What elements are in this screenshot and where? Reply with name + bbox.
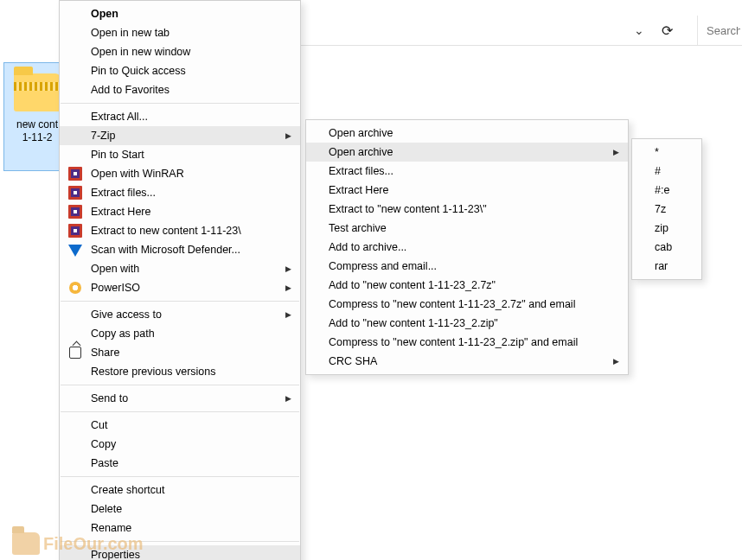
7zip-menu-item[interactable]: Open archive — [306, 124, 628, 143]
menu-item-label: Create shortcut — [91, 484, 164, 496]
menu-separator — [61, 411, 299, 412]
submenu-open-archive-formats[interactable]: *##:e7zzipcabrar — [631, 138, 702, 280]
poweriso-icon — [68, 281, 82, 295]
context-menu-item[interactable]: Extract to new content 1-11-23\ — [60, 221, 300, 240]
menu-item-label: 7-Zip — [91, 130, 115, 142]
menu-item-label: Paste — [91, 457, 118, 469]
menu-item-label: cab — [655, 241, 672, 253]
menu-item-label: Give access to — [91, 309, 162, 321]
7zip-menu-item[interactable]: Extract Here — [306, 181, 628, 200]
menu-item-label: PowerISO — [91, 282, 140, 294]
menu-item-label: Open with — [91, 263, 139, 275]
menu-item-label: Compress and email... — [329, 260, 437, 272]
winrar-icon — [68, 167, 82, 181]
7zip-menu-item[interactable]: CRC SHA▶ — [306, 352, 628, 371]
format-menu-item[interactable]: zip — [632, 219, 701, 238]
chevron-right-icon: ▶ — [277, 394, 291, 403]
context-menu-item[interactable]: Share — [60, 343, 300, 362]
submenu-7zip[interactable]: Open archiveOpen archive▶Extract files..… — [305, 119, 629, 375]
menu-item-label: Extract to "new content 1-11-23\" — [329, 203, 487, 215]
7zip-menu-item[interactable]: Extract files... — [306, 162, 628, 181]
context-menu-item[interactable]: Copy — [60, 435, 300, 454]
7zip-menu-item[interactable]: Extract to "new content 1-11-23\" — [306, 200, 628, 219]
share-icon — [68, 346, 82, 360]
7zip-menu-item[interactable]: Add to "new content 1-11-23_2.zip" — [306, 314, 628, 333]
menu-item-label: Share — [91, 347, 119, 359]
menu-item-label: Add to archive... — [329, 241, 406, 253]
format-menu-item[interactable]: * — [632, 143, 701, 162]
address-bar[interactable]: ⌄ ⟳ — [301, 16, 686, 45]
format-menu-item[interactable]: #:e — [632, 181, 701, 200]
chevron-right-icon: ▶ — [604, 357, 619, 366]
context-menu-item[interactable]: Restore previous versions — [60, 362, 300, 381]
menu-item-label: Restore previous versions — [91, 366, 216, 378]
context-menu-item[interactable]: Open — [60, 4, 300, 23]
context-menu-item[interactable]: Extract files... — [60, 183, 300, 202]
format-menu-item[interactable]: cab — [632, 238, 701, 257]
chevron-down-icon[interactable]: ⌄ — [627, 18, 651, 42]
context-menu-item[interactable]: 7-Zip▶ — [60, 126, 300, 145]
menu-item-label: Open in new window — [91, 46, 190, 58]
context-menu-item[interactable]: Add to Favorites — [60, 80, 300, 99]
context-menu-item[interactable]: Open with WinRAR — [60, 164, 300, 183]
menu-item-label: Cut — [91, 419, 107, 431]
7zip-menu-item[interactable]: Add to "new content 1-11-23_2.7z" — [306, 276, 628, 295]
context-menu-item[interactable]: Scan with Microsoft Defender... — [60, 240, 300, 259]
search-input[interactable]: Search N — [697, 16, 740, 45]
format-menu-item[interactable]: rar — [632, 257, 701, 276]
context-menu-item[interactable]: Pin to Quick access — [60, 61, 300, 80]
refresh-icon[interactable]: ⟳ — [655, 18, 679, 42]
menu-item-label: Extract files... — [329, 165, 393, 177]
menu-separator — [61, 301, 299, 302]
7zip-menu-item[interactable]: Compress and email... — [306, 257, 628, 276]
format-menu-item[interactable]: # — [632, 162, 701, 181]
format-menu-item[interactable]: 7z — [632, 200, 701, 219]
menu-separator — [61, 476, 299, 477]
context-menu-item[interactable]: Paste — [60, 454, 300, 473]
watermark: FileOur.com — [12, 532, 144, 555]
context-menu-item[interactable]: Open in new window — [60, 42, 300, 61]
context-menu-item[interactable]: Open in new tab — [60, 23, 300, 42]
context-menu-item[interactable]: Extract All... — [60, 107, 300, 126]
context-menu-item[interactable]: Cut — [60, 416, 300, 435]
menu-item-label: Pin to Quick access — [91, 65, 186, 77]
menu-item-label: zip — [655, 222, 668, 234]
menu-separator — [61, 103, 299, 104]
menu-item-label: CRC SHA — [329, 355, 377, 367]
menu-separator — [61, 385, 299, 385]
menu-item-label: Add to "new content 1-11-23_2.7z" — [329, 279, 496, 291]
zip-folder-icon — [14, 73, 61, 111]
chevron-right-icon: ▶ — [277, 264, 291, 273]
menu-item-label: Open archive — [329, 127, 393, 139]
menu-item-label: Test archive — [329, 222, 387, 234]
context-menu-item[interactable]: Give access to▶ — [60, 305, 300, 324]
menu-item-label: Send to — [91, 392, 128, 404]
7zip-menu-item[interactable]: Open archive▶ — [306, 143, 628, 162]
7zip-menu-item[interactable]: Test archive — [306, 219, 628, 238]
7zip-menu-item[interactable]: Add to archive... — [306, 238, 628, 257]
menu-item-label: Pin to Start — [91, 149, 144, 161]
menu-item-label: Compress to "new content 1-11-23_2.7z" a… — [329, 298, 575, 310]
menu-item-label: 7z — [655, 203, 666, 215]
menu-item-label: Copy as path — [91, 328, 155, 340]
context-menu-item[interactable]: Pin to Start — [60, 145, 300, 164]
7zip-menu-item[interactable]: Compress to "new content 1-11-23_2.zip" … — [306, 333, 628, 352]
context-menu-item[interactable]: PowerISO▶ — [60, 278, 300, 297]
context-menu-item[interactable]: Create shortcut — [60, 480, 300, 500]
context-menu-item[interactable]: Extract Here — [60, 202, 300, 221]
menu-item-label: Scan with Microsoft Defender... — [91, 244, 240, 256]
menu-item-label: Extract Here — [91, 206, 150, 218]
menu-item-label: #:e — [655, 184, 669, 196]
watermark-text: FileOur.com — [43, 534, 144, 554]
context-menu-item[interactable]: Send to▶ — [60, 389, 300, 408]
7zip-menu-item[interactable]: Compress to "new content 1-11-23_2.7z" a… — [306, 295, 628, 314]
menu-item-label: Add to Favorites — [91, 84, 170, 96]
context-menu-item[interactable]: Open with▶ — [60, 259, 300, 278]
context-menu[interactable]: OpenOpen in new tabOpen in new windowPin… — [59, 0, 301, 560]
menu-item-label: rar — [655, 260, 668, 272]
context-menu-item[interactable]: Copy as path — [60, 324, 300, 343]
menu-item-label: Open with WinRAR — [91, 168, 184, 180]
context-menu-item[interactable]: Delete — [60, 500, 300, 519]
chevron-right-icon: ▶ — [277, 310, 291, 319]
menu-item-label: Copy — [91, 438, 116, 450]
